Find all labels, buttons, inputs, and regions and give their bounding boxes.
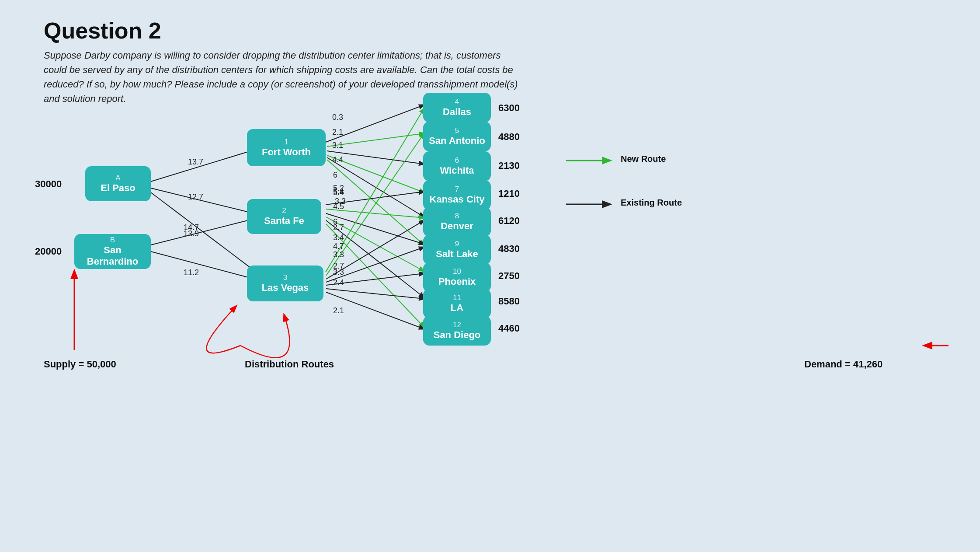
demand-4: 6300 — [498, 102, 520, 114]
demand-6: 2130 — [498, 160, 520, 171]
node-san-antonio: 5 San Antonio — [423, 122, 491, 151]
legend-existing-route-label: Existing Route — [621, 198, 682, 208]
demand-8: 6120 — [498, 215, 520, 227]
distribution-routes-label: Distribution Routes — [245, 359, 334, 370]
edge-fw5: 2.1 — [332, 128, 343, 137]
supply-total-label: Supply = 50,000 — [44, 359, 116, 370]
edge-fw6: 3.1 — [332, 141, 343, 150]
edge-lv4: 5.4 — [333, 187, 344, 196]
demand-11: 8580 — [498, 296, 520, 307]
edge-lv5: 3.3 — [335, 197, 346, 206]
svg-line-3 — [151, 218, 258, 245]
node-phoenix: 10 Phoenix — [423, 262, 491, 292]
edge-lv10: 3.3 — [333, 250, 344, 259]
edge-sf12: 2.4 — [333, 278, 344, 287]
svg-line-1 — [151, 188, 258, 214]
edge-sf10: 4.7 — [333, 242, 344, 251]
demand-7: 1210 — [498, 188, 520, 199]
legend-new-route-label: New Route — [621, 154, 666, 164]
edge-fw8: 6 — [333, 171, 337, 180]
node-san-bernardino: B San Bernardino — [74, 234, 151, 269]
demand-12: 4460 — [498, 323, 520, 334]
node-san-diego: 12 San Diego — [423, 316, 491, 346]
demand-5: 4880 — [498, 131, 520, 143]
edge-b3: 11.2 — [184, 268, 199, 277]
node-kansas-city: 7 Kansas City — [423, 180, 491, 210]
svg-line-0 — [151, 149, 258, 182]
edge-a2: 12.7 — [188, 192, 203, 202]
edge-fw7: 4.4 — [332, 155, 343, 164]
node-fort-worth: 1 Fort Worth — [247, 129, 326, 166]
demand-9: 4830 — [498, 243, 520, 255]
node-las-vegas: 3 Las Vegas — [247, 266, 323, 301]
svg-line-2 — [151, 192, 258, 273]
node-dallas: 4 Dallas — [423, 93, 491, 122]
edge-fw4: 0.3 — [332, 113, 343, 122]
node-salt-lake: 9 Salt Lake — [423, 235, 491, 265]
node-denver: 8 Denver — [423, 207, 491, 237]
edge-sf9: 2.7 — [333, 223, 344, 232]
demand-10: 2750 — [498, 270, 520, 282]
supply-b: 20000 — [35, 246, 62, 257]
node-santa-fe: 2 Santa Fe — [247, 199, 321, 234]
node-el-paso: A El Paso — [85, 166, 151, 201]
supply-a: 30000 — [35, 178, 62, 190]
edge-lv9: 3.4 — [333, 233, 344, 242]
svg-line-22 — [326, 289, 424, 299]
edge-lv12: 2.1 — [333, 306, 344, 315]
demand-total-label: Demand = 41,260 — [804, 359, 883, 370]
node-la: 11 LA — [423, 289, 491, 318]
node-wichita: 6 Wichita — [423, 151, 491, 181]
edge-sf11: 3.3 — [333, 268, 344, 277]
edge-a1: 13.7 — [188, 157, 203, 167]
edge-b2: 13.9 — [184, 229, 199, 238]
page-title: Question 2 — [44, 17, 161, 44]
svg-line-4 — [151, 252, 258, 280]
